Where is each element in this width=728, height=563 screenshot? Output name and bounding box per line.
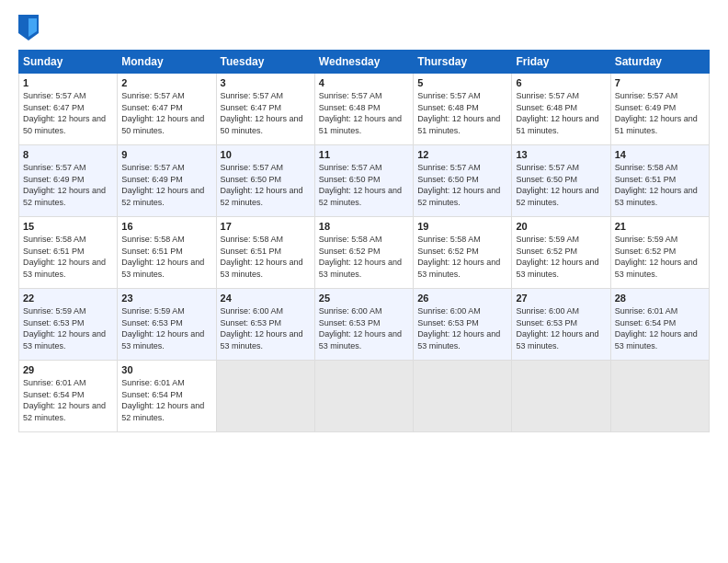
day-number: 15 [23,221,113,232]
table-cell: 21 Sunrise: 5:59 AMSunset: 6:52 PMDaylig… [610,217,709,289]
header [18,15,710,40]
table-row: 29 Sunrise: 6:01 AMSunset: 6:54 PMDaylig… [19,361,710,432]
table-cell: 28 Sunrise: 6:01 AMSunset: 6:54 PMDaylig… [610,289,709,361]
day-number: 5 [417,77,507,88]
day-number: 27 [516,293,606,304]
day-info: Sunrise: 6:00 AMSunset: 6:53 PMDaylight:… [516,306,598,350]
day-number: 9 [121,149,211,160]
table-cell: 19 Sunrise: 5:58 AMSunset: 6:52 PMDaylig… [414,217,512,289]
day-number: 25 [319,293,409,304]
day-info: Sunrise: 5:57 AMSunset: 6:50 PMDaylight:… [221,163,303,207]
day-info: Sunrise: 5:57 AMSunset: 6:49 PMDaylight:… [121,163,204,207]
table-row: 22 Sunrise: 5:59 AMSunset: 6:53 PMDaylig… [19,289,710,361]
table-cell [610,361,709,432]
col-sunday: Sunday [19,51,118,74]
table-cell: 30 Sunrise: 6:01 AMSunset: 6:54 PMDaylig… [118,361,216,432]
calendar-header: Sunday Monday Tuesday Wednesday Thursday… [19,51,710,74]
day-number: 2 [121,77,211,88]
day-number: 18 [319,221,409,232]
day-info: Sunrise: 5:58 AMSunset: 6:51 PMDaylight:… [221,235,303,279]
col-monday: Monday [118,51,216,74]
table-cell: 10 Sunrise: 5:57 AMSunset: 6:50 PMDaylig… [216,145,314,217]
day-number: 3 [221,77,311,88]
day-number: 12 [417,149,507,160]
table-cell: 24 Sunrise: 6:00 AMSunset: 6:53 PMDaylig… [216,289,314,361]
table-cell: 15 Sunrise: 5:58 AMSunset: 6:51 PMDaylig… [19,217,118,289]
day-number: 16 [121,221,211,232]
table-row: 1 Sunrise: 5:57 AMSunset: 6:47 PMDayligh… [19,74,710,145]
logo-icon [18,15,39,40]
day-number: 29 [23,364,113,375]
day-info: Sunrise: 5:57 AMSunset: 6:47 PMDaylight:… [23,91,106,135]
day-info: Sunrise: 5:57 AMSunset: 6:49 PMDaylight:… [23,163,106,207]
table-cell: 25 Sunrise: 6:00 AMSunset: 6:53 PMDaylig… [314,289,413,361]
day-info: Sunrise: 6:01 AMSunset: 6:54 PMDaylight:… [23,378,106,422]
day-number: 10 [221,149,311,160]
day-info: Sunrise: 6:00 AMSunset: 6:53 PMDaylight:… [221,306,303,350]
table-cell: 8 Sunrise: 5:57 AMSunset: 6:49 PMDayligh… [19,145,118,217]
table-cell: 2 Sunrise: 5:57 AMSunset: 6:47 PMDayligh… [118,74,216,145]
day-info: Sunrise: 5:58 AMSunset: 6:51 PMDaylight:… [23,235,106,279]
day-info: Sunrise: 5:58 AMSunset: 6:51 PMDaylight:… [121,235,204,279]
day-number: 11 [319,149,409,160]
day-info: Sunrise: 5:57 AMSunset: 6:50 PMDaylight:… [516,163,598,207]
day-number: 24 [221,293,311,304]
day-info: Sunrise: 5:58 AMSunset: 6:51 PMDaylight:… [615,163,698,207]
day-number: 4 [319,77,409,88]
table-cell [314,361,413,432]
col-wednesday: Wednesday [314,51,413,74]
col-saturday: Saturday [610,51,709,74]
day-info: Sunrise: 6:00 AMSunset: 6:53 PMDaylight:… [319,306,402,350]
table-cell: 20 Sunrise: 5:59 AMSunset: 6:52 PMDaylig… [512,217,610,289]
day-number: 14 [615,149,705,160]
day-info: Sunrise: 5:58 AMSunset: 6:52 PMDaylight:… [319,235,402,279]
table-cell: 12 Sunrise: 5:57 AMSunset: 6:50 PMDaylig… [414,145,512,217]
calendar-table: Sunday Monday Tuesday Wednesday Thursday… [18,50,710,432]
calendar-body: 1 Sunrise: 5:57 AMSunset: 6:47 PMDayligh… [19,74,710,432]
table-cell: 6 Sunrise: 5:57 AMSunset: 6:48 PMDayligh… [512,74,610,145]
day-info: Sunrise: 5:59 AMSunset: 6:53 PMDaylight:… [121,306,204,350]
table-cell: 17 Sunrise: 5:58 AMSunset: 6:51 PMDaylig… [216,217,314,289]
day-number: 17 [221,221,311,232]
day-info: Sunrise: 5:57 AMSunset: 6:48 PMDaylight:… [319,91,402,135]
table-cell [414,361,512,432]
table-cell: 9 Sunrise: 5:57 AMSunset: 6:49 PMDayligh… [118,145,216,217]
day-number: 13 [516,149,606,160]
day-info: Sunrise: 5:57 AMSunset: 6:47 PMDaylight:… [221,91,303,135]
day-info: Sunrise: 5:59 AMSunset: 6:52 PMDaylight:… [615,235,698,279]
table-row: 15 Sunrise: 5:58 AMSunset: 6:51 PMDaylig… [19,217,710,289]
table-cell: 14 Sunrise: 5:58 AMSunset: 6:51 PMDaylig… [610,145,709,217]
table-cell [216,361,314,432]
day-info: Sunrise: 5:57 AMSunset: 6:48 PMDaylight:… [516,91,598,135]
table-cell: 4 Sunrise: 5:57 AMSunset: 6:48 PMDayligh… [314,74,413,145]
day-info: Sunrise: 5:57 AMSunset: 6:48 PMDaylight:… [417,91,500,135]
table-cell: 29 Sunrise: 6:01 AMSunset: 6:54 PMDaylig… [19,361,118,432]
day-number: 8 [23,149,113,160]
day-info: Sunrise: 6:01 AMSunset: 6:54 PMDaylight:… [121,378,204,422]
day-info: Sunrise: 5:58 AMSunset: 6:52 PMDaylight:… [417,235,500,279]
table-row: 8 Sunrise: 5:57 AMSunset: 6:49 PMDayligh… [19,145,710,217]
day-number: 26 [417,293,507,304]
day-number: 22 [23,293,113,304]
day-number: 28 [615,293,705,304]
table-cell: 11 Sunrise: 5:57 AMSunset: 6:50 PMDaylig… [314,145,413,217]
day-number: 1 [23,77,113,88]
table-cell: 27 Sunrise: 6:00 AMSunset: 6:53 PMDaylig… [512,289,610,361]
col-tuesday: Tuesday [216,51,314,74]
day-number: 20 [516,221,606,232]
table-cell: 3 Sunrise: 5:57 AMSunset: 6:47 PMDayligh… [216,74,314,145]
logo [18,15,42,40]
table-cell [512,361,610,432]
day-info: Sunrise: 5:57 AMSunset: 6:47 PMDaylight:… [121,91,204,135]
day-info: Sunrise: 6:00 AMSunset: 6:53 PMDaylight:… [417,306,500,350]
table-cell: 1 Sunrise: 5:57 AMSunset: 6:47 PMDayligh… [19,74,118,145]
day-info: Sunrise: 6:01 AMSunset: 6:54 PMDaylight:… [615,306,698,350]
col-thursday: Thursday [414,51,512,74]
day-info: Sunrise: 5:59 AMSunset: 6:53 PMDaylight:… [23,306,106,350]
table-cell: 23 Sunrise: 5:59 AMSunset: 6:53 PMDaylig… [118,289,216,361]
day-info: Sunrise: 5:57 AMSunset: 6:49 PMDaylight:… [615,91,698,135]
table-cell: 26 Sunrise: 6:00 AMSunset: 6:53 PMDaylig… [414,289,512,361]
header-row: Sunday Monday Tuesday Wednesday Thursday… [19,51,710,74]
day-number: 23 [121,293,211,304]
day-number: 21 [615,221,705,232]
